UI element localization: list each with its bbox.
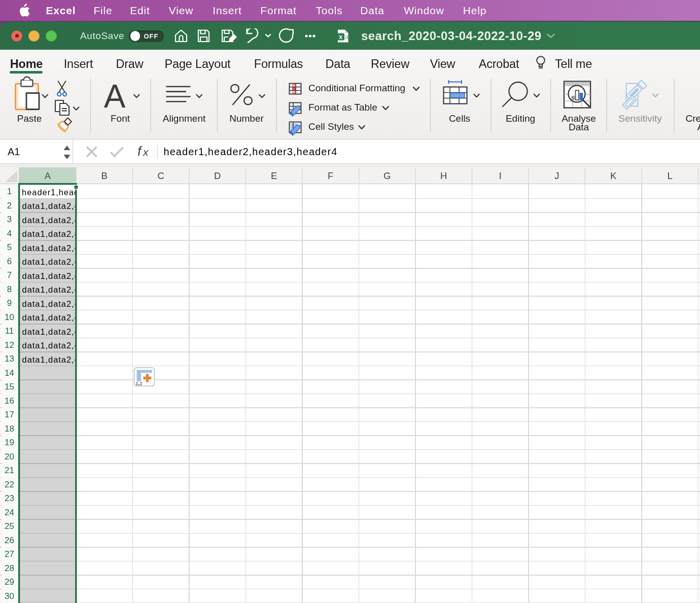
svg-text:F: F — [328, 170, 333, 181]
svg-text:x: x — [143, 146, 149, 158]
svg-text:G: G — [383, 170, 391, 181]
svg-text:13: 13 — [5, 354, 14, 364]
svg-text:25: 25 — [5, 521, 14, 531]
svg-text:K: K — [610, 170, 617, 181]
svg-text:C: C — [158, 170, 164, 181]
svg-text:14: 14 — [5, 368, 14, 378]
svg-text:A: A — [45, 170, 51, 181]
svg-text:3: 3 — [7, 215, 12, 224]
svg-text:5: 5 — [7, 242, 12, 252]
svg-text:L: L — [668, 170, 673, 181]
svg-text:17: 17 — [5, 410, 14, 419]
svg-text:B: B — [101, 170, 108, 181]
svg-text:4: 4 — [7, 229, 12, 238]
svg-text:21: 21 — [5, 466, 14, 475]
svg-text:x: x — [339, 33, 342, 41]
svg-text:12: 12 — [5, 340, 14, 350]
svg-text:30: 30 — [5, 591, 14, 601]
svg-text:f: f — [137, 144, 143, 159]
svg-text:11: 11 — [5, 326, 14, 336]
svg-text:20: 20 — [5, 452, 14, 462]
svg-text:22: 22 — [5, 480, 14, 489]
svg-text:8: 8 — [7, 285, 12, 294]
svg-text:6: 6 — [7, 257, 12, 266]
svg-text:J: J — [554, 170, 559, 181]
svg-text:26: 26 — [5, 536, 14, 545]
svg-text:9: 9 — [7, 298, 12, 308]
svg-text:19: 19 — [5, 438, 14, 447]
svg-text:29: 29 — [5, 577, 14, 587]
svg-text:18: 18 — [5, 424, 14, 434]
svg-text:H: H — [440, 170, 447, 181]
svg-text:28: 28 — [5, 563, 14, 573]
svg-text:7: 7 — [7, 270, 12, 280]
svg-text:E: E — [271, 170, 277, 181]
svg-text:10: 10 — [5, 312, 14, 322]
svg-text:a: a — [345, 33, 349, 41]
svg-text:A: A — [104, 78, 126, 115]
svg-text:D: D — [214, 170, 221, 181]
svg-text:24: 24 — [5, 508, 14, 517]
svg-text:15: 15 — [5, 382, 14, 392]
svg-text:1: 1 — [7, 187, 12, 196]
svg-text:23: 23 — [5, 493, 14, 503]
svg-text:27: 27 — [5, 549, 14, 559]
svg-text:2: 2 — [7, 201, 12, 210]
svg-text:I: I — [499, 170, 502, 181]
svg-text:16: 16 — [5, 396, 14, 406]
